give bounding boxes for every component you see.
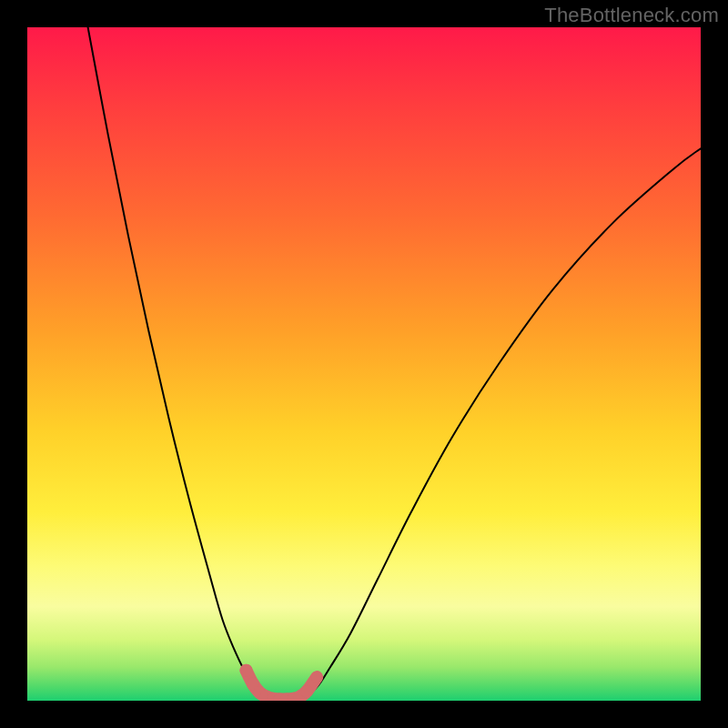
valley-marker-4 — [267, 693, 279, 701]
valley-marker-0 — [240, 664, 253, 677]
valley-marker-2 — [253, 686, 266, 699]
valley-thick-line — [247, 671, 318, 700]
chart-frame: TheBottleneck.com — [0, 0, 728, 728]
plot-area — [27, 27, 701, 701]
series-valley-floor — [263, 697, 303, 700]
valley-marker-10 — [311, 672, 323, 683]
valley-marker-3 — [260, 691, 273, 701]
watermark-text: TheBottleneck.com — [544, 4, 719, 27]
valley-marker-5 — [274, 693, 287, 701]
valley-marker-group — [240, 664, 323, 701]
valley-marker-1 — [247, 678, 259, 691]
valley-marker-7 — [287, 693, 299, 701]
series-right-curve — [303, 148, 701, 697]
valley-marker-6 — [280, 693, 293, 701]
series-left-curve — [88, 27, 263, 697]
chart-svg — [27, 27, 701, 701]
valley-marker-9 — [300, 685, 313, 698]
valley-marker-8 — [294, 691, 307, 701]
curve-group — [88, 27, 701, 700]
